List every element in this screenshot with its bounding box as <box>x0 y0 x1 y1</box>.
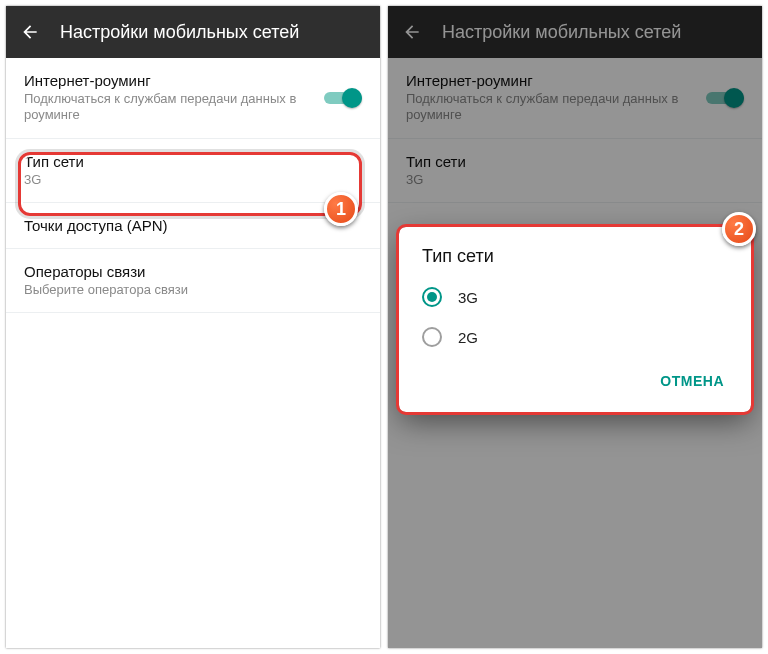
screen-1: Настройки мобильных сетей Интернет-роуми… <box>6 6 380 648</box>
radio-option-3g[interactable]: 3G <box>400 277 750 317</box>
dialog-title: Тип сети <box>400 228 750 277</box>
row-title: Операторы связи <box>24 263 362 280</box>
step-badge-1: 1 <box>324 192 358 226</box>
roaming-toggle[interactable] <box>324 88 362 108</box>
row-operators[interactable]: Операторы связи Выберите оператора связи <box>6 249 380 313</box>
screen-2: Настройки мобильных сетей Интернет-роуми… <box>388 6 762 648</box>
back-arrow-icon[interactable] <box>20 22 40 42</box>
row-title: Точки доступа (APN) <box>24 217 362 234</box>
radio-off-icon <box>422 327 442 347</box>
appbar-title: Настройки мобильных сетей <box>60 22 299 43</box>
row-subtitle: Выберите оператора связи <box>24 282 362 298</box>
dialog-actions: ОТМЕНА <box>400 357 750 411</box>
row-data-roaming[interactable]: Интернет-роуминг Подключаться к службам … <box>6 58 380 139</box>
step-number: 1 <box>336 199 346 220</box>
radio-label: 3G <box>458 289 478 306</box>
row-subtitle: 3G <box>24 172 362 188</box>
appbar: Настройки мобильных сетей <box>6 6 380 58</box>
step-number: 2 <box>734 219 744 240</box>
row-title: Тип сети <box>24 153 362 170</box>
radio-option-2g[interactable]: 2G <box>400 317 750 357</box>
row-subtitle: Подключаться к службам передачи данных в… <box>24 91 312 124</box>
radio-label: 2G <box>458 329 478 346</box>
cancel-button[interactable]: ОТМЕНА <box>650 365 734 397</box>
step-badge-2: 2 <box>722 212 756 246</box>
network-type-dialog: Тип сети 3G 2G ОТМЕНА <box>400 228 750 411</box>
radio-on-icon <box>422 287 442 307</box>
row-title: Интернет-роуминг <box>24 72 312 89</box>
row-network-type[interactable]: Тип сети 3G <box>6 139 380 203</box>
settings-list: Интернет-роуминг Подключаться к службам … <box>6 58 380 313</box>
